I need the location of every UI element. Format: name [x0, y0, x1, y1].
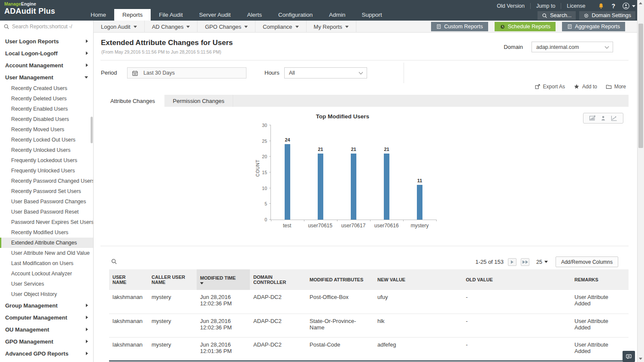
- global-search-button[interactable]: Search...: [538, 11, 576, 20]
- sidebar-item-recently-password-changed-users[interactable]: Recently Password Changed Users: [0, 176, 93, 186]
- nav-admin[interactable]: Admin: [321, 9, 353, 21]
- add-to-button[interactable]: Add to: [574, 84, 597, 90]
- chart-tick-mark: [271, 220, 271, 221]
- report-search-input[interactable]: [12, 24, 90, 30]
- nav-alerts[interactable]: Alerts: [239, 9, 270, 21]
- chart-title: Top Modified Users: [252, 113, 433, 120]
- sidebar-item-recently-created-users[interactable]: Recently Created Users: [0, 83, 93, 94]
- sidebar-item-recently-modified-users[interactable]: Recently Modified Users: [0, 227, 93, 238]
- line-chart-refresh-icon[interactable]: [611, 115, 617, 121]
- feedback-button[interactable]: [623, 351, 635, 362]
- sidebar-group-account-management[interactable]: Account Management: [0, 59, 93, 71]
- sidebar-item-account-lockout-analyzer[interactable]: Account Lockout Analyzer: [0, 268, 93, 279]
- sidebar-group-computer-management[interactable]: Computer Management: [0, 311, 93, 323]
- sidebar-item-frequently-lockedout-users[interactable]: Frequently Lockedout Users: [0, 155, 93, 166]
- col-user-name[interactable]: USER NAME: [109, 269, 148, 290]
- user-chart-icon[interactable]: [600, 115, 606, 121]
- help-icon[interactable]: ?: [611, 3, 615, 9]
- last-page-button[interactable]: [521, 258, 529, 266]
- sidebar-item-extended-attribute-changes[interactable]: Extended Attribute Changes: [0, 238, 93, 248]
- sidebar-group-advanced-gpo-reports[interactable]: Advanced GPO Reports: [0, 347, 93, 359]
- sidebar-item-recently-password-set-users[interactable]: Recently Password Set Users: [0, 186, 93, 196]
- nav-reports[interactable]: Reports: [114, 9, 151, 21]
- aggregate-reports-button[interactable]: Aggregate Reports: [562, 22, 625, 31]
- sidebar-item-recently-enabled-users[interactable]: Recently Enabled Users: [0, 104, 93, 114]
- sidebar-item-last-modification-on-users[interactable]: Last Modification on Users: [0, 258, 93, 268]
- export-as-button[interactable]: Export As: [535, 84, 565, 90]
- add-chart-icon[interactable]: [589, 115, 596, 121]
- sidebar-group-user-logon-reports[interactable]: User Logon Reports: [0, 35, 93, 47]
- hours-select[interactable]: All: [284, 67, 367, 78]
- sidebar-item-user-attribute-new-and-old-value[interactable]: User Attribute New and Old Value: [0, 248, 93, 258]
- period-field[interactable]: Last 30 Days: [127, 67, 246, 78]
- product-name: ADAudit Plus: [4, 7, 55, 16]
- scrollbar-thumb[interactable]: [638, 24, 643, 148]
- nav-file-audit[interactable]: File Audit: [151, 9, 191, 21]
- sidebar-item-user-object-history[interactable]: User Object History: [0, 289, 93, 299]
- next-page-button[interactable]: [508, 258, 516, 266]
- menu-logon-audit[interactable]: Logon Audit: [94, 21, 145, 33]
- col-modified-attributes[interactable]: MODIFIED ATTRIBUTES: [306, 269, 374, 290]
- table-search-icon[interactable]: [111, 258, 117, 266]
- domain-select[interactable]: adap.internal.com: [532, 42, 613, 52]
- more-button[interactable]: More: [606, 84, 626, 90]
- nav-configuration[interactable]: Configuration: [270, 9, 321, 21]
- sidebar-item-recently-moved-users[interactable]: Recently Moved Users: [0, 124, 93, 135]
- sidebar-item-frequently-unlocked-users[interactable]: Frequently Unlocked Users: [0, 166, 93, 176]
- sidebar-item-recently-deleted-users[interactable]: Recently Deleted Users: [0, 94, 93, 104]
- user-avatar-icon[interactable]: [622, 2, 635, 10]
- page-scrollbar[interactable]: [637, 0, 644, 362]
- cell-old-value: -: [462, 290, 571, 314]
- scroll-up-icon[interactable]: [639, 2, 642, 4]
- license-link[interactable]: License: [561, 3, 591, 9]
- sidebar-group-ou-management[interactable]: OU Management: [0, 323, 93, 335]
- sidebar-item-user-based-password-reset[interactable]: User Based Password Reset: [0, 207, 93, 217]
- cell-remarks: User Attribute Added: [571, 337, 629, 361]
- sidebar-item-user-services[interactable]: User Services: [0, 279, 93, 289]
- sidebar-group-user-management[interactable]: User Management: [0, 71, 93, 83]
- table-row: lakshmanan mystery Jun 28,2016 12:01:36 …: [109, 337, 629, 361]
- chart-y-tick: 5: [264, 201, 267, 206]
- tab-permission-changes[interactable]: Permission Changes: [164, 95, 233, 107]
- chart-toolbar: [583, 113, 623, 124]
- menu-my-reports[interactable]: My Reports: [307, 21, 356, 33]
- custom-reports-button[interactable]: Custom Reports: [431, 22, 488, 31]
- sidebar-item-recently-unlocked-users[interactable]: Recently Unlocked Users: [0, 145, 93, 155]
- sidebar-group-local-logon-logoff[interactable]: Local Logon-Logoff: [0, 47, 93, 59]
- jump-to-link[interactable]: Jump to: [531, 3, 561, 9]
- table-header-row: USER NAME CALLER USER NAME MODIFIED TIME…: [109, 269, 629, 290]
- nav-home[interactable]: Home: [82, 9, 114, 21]
- chart-tick-mark: [403, 220, 404, 221]
- report-date-range: (From May 29,2016 5:11:56 PM to Jun 28,2…: [101, 49, 221, 54]
- nav-server-audit[interactable]: Server Audit: [191, 9, 239, 21]
- col-remarks[interactable]: REMARKS: [571, 269, 629, 290]
- menu-compliance[interactable]: Compliance: [255, 21, 307, 33]
- col-domain-controller[interactable]: DOMAIN CONTROLLER: [250, 269, 306, 290]
- cell-new-value: hlk: [374, 314, 462, 337]
- menu-ad-changes[interactable]: AD Changes: [145, 21, 198, 33]
- nav-support[interactable]: Support: [353, 9, 390, 21]
- sidebar-scrollbar-thumb[interactable]: [91, 117, 93, 143]
- sidebar-item-recently-locked-out-users[interactable]: Recently Locked Out Users: [0, 135, 93, 145]
- sidebar-item-password-never-expires-set-users[interactable]: Password Never Expires Set Users: [0, 217, 93, 227]
- sidebar-item-recently-disabled-users[interactable]: Recently Disabled Users: [0, 114, 93, 124]
- scroll-down-icon[interactable]: [639, 358, 642, 360]
- col-old-value[interactable]: OLD VALUE: [462, 269, 571, 290]
- notification-bell-icon[interactable]: [598, 3, 605, 9]
- col-caller-user-name[interactable]: CALLER USER NAME: [148, 269, 197, 290]
- chart-bar-value: 24: [285, 137, 290, 142]
- sidebar-group-group-management[interactable]: Group Management: [0, 299, 93, 311]
- sidebar-group-other-ad-objects[interactable]: Other AD Objects Changes: [0, 359, 93, 362]
- add-remove-columns-button[interactable]: Add/Remove Columns: [556, 256, 618, 267]
- sidebar-group-gpo-management[interactable]: GPO Management: [0, 335, 93, 347]
- col-modified-time[interactable]: MODIFIED TIME: [197, 269, 250, 290]
- schedule-reports-button[interactable]: Schedule Reports: [495, 22, 556, 31]
- table-row: lakshmanan mystery Jun 28,2016 12:02:36 …: [109, 314, 629, 337]
- sidebar-item-user-based-password-changes[interactable]: User Based Password Changes: [0, 196, 93, 207]
- old-version-link[interactable]: Old Version: [491, 3, 531, 9]
- tab-attribute-changes[interactable]: Attribute Changes: [101, 95, 164, 107]
- menu-gpo-changes[interactable]: GPO Changes: [197, 21, 255, 33]
- col-new-value[interactable]: NEW VALUE: [374, 269, 462, 290]
- domain-settings-button[interactable]: Domain Settings: [579, 11, 635, 20]
- page-size-select[interactable]: 25: [536, 259, 548, 265]
